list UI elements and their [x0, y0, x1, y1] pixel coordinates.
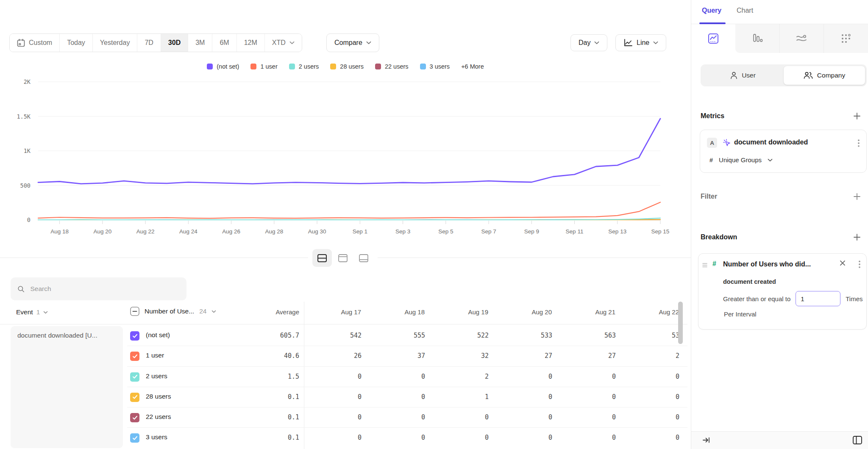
chevron-down-icon [594, 41, 599, 44]
tab-chart[interactable]: Chart [737, 7, 753, 14]
breakdown-event-name[interactable]: document created [723, 278, 776, 285]
breakdown-kebab-icon[interactable] [859, 261, 860, 268]
entity-company-option[interactable]: Company [784, 66, 865, 85]
breakdown-value-input[interactable] [796, 291, 840, 306]
add-filter-button[interactable] [852, 191, 862, 202]
segment-header-label: Number of Use... [145, 308, 194, 315]
breakdown-title[interactable]: Number of Users who did... [723, 261, 811, 268]
event-count: 1 [36, 308, 40, 316]
grid-dots-icon [840, 33, 851, 44]
entity-user-option[interactable]: User [702, 66, 784, 85]
row-checkbox[interactable] [130, 372, 139, 382]
panel-layout-icon[interactable] [852, 435, 862, 445]
date-column-header: Aug 20 [495, 308, 558, 316]
event-name-cell[interactable]: document downloaded [U... [11, 326, 123, 448]
line-chart-icon [623, 39, 633, 47]
row-checkbox[interactable] [130, 433, 139, 443]
range-yesterday[interactable]: Yesterday [93, 34, 138, 52]
date-column-header: Aug 22 [622, 308, 685, 316]
entity-user-label: User [742, 72, 756, 79]
indeterminate-checkbox[interactable] [130, 307, 139, 316]
table-body: (not set)605.7542555522533563531 user40.… [127, 326, 687, 449]
layout-split-button[interactable] [312, 249, 332, 267]
breakdown-heading: Breakdown [701, 233, 737, 241]
add-breakdown-button[interactable] [852, 232, 862, 242]
collapse-panel-icon[interactable] [702, 436, 711, 444]
table-row[interactable]: 28 users0.1001000 [127, 387, 687, 407]
metric-kebab-icon[interactable] [858, 139, 860, 147]
x-axis-tick-label: Sep 11 [566, 228, 584, 235]
series-line--not-set- [38, 119, 660, 184]
chevron-down-icon [211, 310, 216, 313]
table-row[interactable]: (not set)605.754255552253356353 [127, 326, 687, 346]
range-3m[interactable]: 3M [188, 34, 212, 52]
layout-table-only-button[interactable] [354, 249, 373, 267]
row-checkbox[interactable] [130, 413, 139, 422]
x-axis-tick-label: Sep 9 [524, 228, 539, 235]
row-average-value: 605.7 [191, 332, 299, 339]
layout-toggle-group [308, 247, 378, 269]
vertical-scrollbar[interactable] [678, 302, 683, 344]
row-segment-label: (not set) [146, 331, 170, 339]
range-today[interactable]: Today [60, 34, 93, 52]
x-axis-tick-label: Aug 22 [136, 228, 155, 235]
compare-button[interactable]: Compare [326, 33, 379, 52]
breakdown-card[interactable]: # Number of Users who did... document cr… [698, 253, 867, 330]
add-metric-button[interactable] [852, 111, 862, 121]
interval-button[interactable]: Day [570, 34, 607, 51]
chart-type-line-button[interactable] [691, 24, 735, 53]
row-checkbox[interactable] [130, 393, 139, 402]
row-average-value: 1.5 [191, 373, 299, 380]
chart-type-funnel-button[interactable] [735, 24, 779, 53]
x-axis-tick-label: Sep 1 [353, 228, 367, 235]
segment-column-header[interactable]: Number of Use... 24 [130, 307, 216, 316]
range-label: 12M [244, 39, 257, 47]
chart-style-button[interactable]: Line [615, 34, 666, 51]
range-6m[interactable]: 6M [212, 34, 236, 52]
range-30d[interactable]: 30D [161, 34, 188, 52]
chevron-down-icon [768, 158, 773, 162]
range-7d[interactable]: 7D [137, 34, 161, 52]
breakdown-per-interval-label[interactable]: Per Interval [724, 310, 757, 318]
range-xtd[interactable]: XTD [265, 34, 302, 52]
range-custom[interactable]: Custom [10, 34, 60, 52]
interval-label: Day [579, 39, 590, 47]
tab-query[interactable]: Query [702, 7, 721, 14]
insights-line-icon [707, 33, 719, 44]
breakdown-condition-label[interactable]: Greater than or equal to [723, 295, 790, 302]
date-column-headers: Aug 17Aug 18Aug 19Aug 20Aug 21Aug 22 [304, 308, 685, 316]
event-column-header[interactable]: Event 1 [16, 308, 48, 316]
metric-card[interactable]: A document downloaded # Unique Groups [700, 130, 867, 173]
table-row[interactable]: 2 users1.5002000 [127, 367, 687, 387]
table-row[interactable]: 3 users0.1000000 [127, 428, 687, 448]
numeric-property-icon: # [712, 260, 716, 268]
cell-value: 0 [622, 373, 685, 380]
range-12m[interactable]: 12M [237, 34, 265, 52]
close-icon[interactable] [839, 260, 846, 266]
range-label: Custom [29, 39, 52, 47]
layout-split-icon [317, 254, 327, 263]
drag-handle-icon[interactable] [702, 262, 708, 268]
metric-event-name[interactable]: document downloaded [734, 139, 808, 146]
row-checkbox[interactable] [130, 352, 139, 361]
breakdown-condition-row: Greater than or equal to Times [723, 291, 863, 306]
range-label: 6M [220, 39, 229, 47]
check-icon [132, 436, 138, 441]
cell-value: 0 [367, 434, 431, 441]
row-checkbox[interactable] [130, 331, 139, 341]
table-row[interactable]: 1 user40.626373227272 [127, 346, 687, 366]
x-axis-tick-label: Sep 13 [608, 228, 626, 235]
x-axis-tick-label: Sep 7 [481, 228, 496, 235]
layout-chart-only-button[interactable] [333, 249, 353, 267]
row-segment-label: 3 users [146, 433, 167, 441]
cell-value: 522 [431, 332, 495, 339]
chart-type-flow-button[interactable] [779, 24, 824, 53]
check-icon [132, 395, 138, 399]
cell-value: 1 [431, 393, 495, 401]
entity-company-label: Company [817, 72, 845, 79]
chart-type-more-button[interactable] [823, 24, 868, 53]
table-row[interactable]: 22 users0.1000000 [127, 407, 687, 428]
search-input[interactable] [30, 285, 180, 293]
metric-aggregation-selector[interactable]: # Unique Groups [709, 156, 773, 164]
cell-value: 0 [304, 373, 367, 380]
